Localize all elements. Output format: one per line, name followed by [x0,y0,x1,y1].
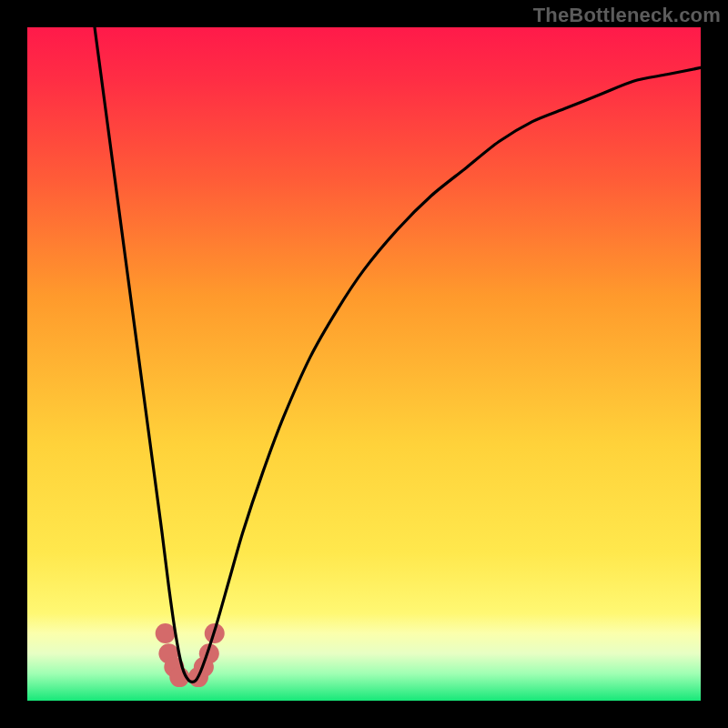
chart-frame [27,27,701,701]
attribution-label: TheBottleneck.com [533,4,721,27]
curve-marker [156,623,176,643]
gradient-background [27,27,701,701]
bottleneck-chart [27,27,701,701]
